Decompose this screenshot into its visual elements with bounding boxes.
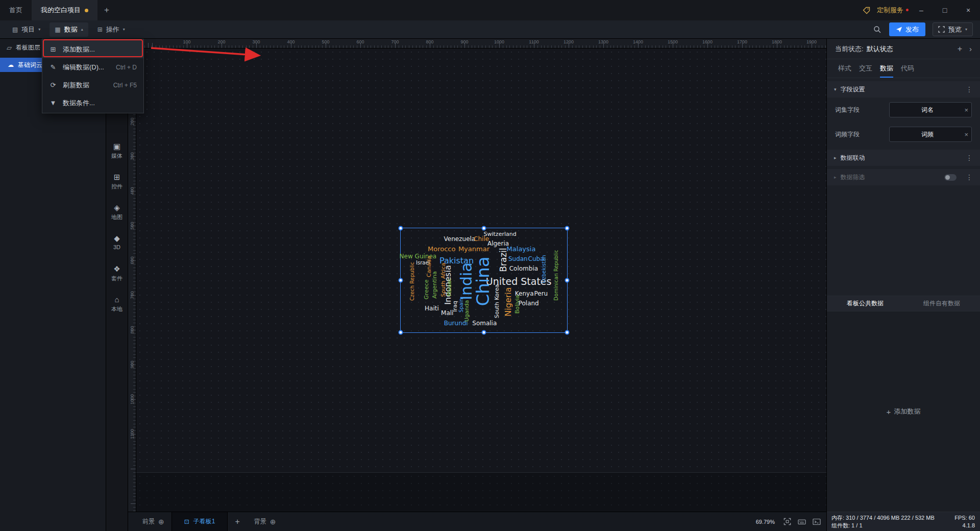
ruler-h-label: 1600 bbox=[702, 39, 713, 44]
wordcloud-word: Malawi bbox=[447, 279, 452, 297]
resize-handle[interactable] bbox=[565, 278, 570, 283]
add-data-label: 添加数据 bbox=[894, 407, 920, 416]
wordset-field-input[interactable] bbox=[889, 102, 972, 117]
add-data-button[interactable]: + 添加数据 bbox=[887, 407, 921, 416]
console-icon[interactable] bbox=[812, 517, 821, 526]
chevron-right-icon[interactable]: › bbox=[969, 44, 972, 53]
ruler-v-label: 200 bbox=[130, 117, 135, 125]
wordcloud-word: Iraq bbox=[452, 301, 457, 312]
map-icon: ◈ bbox=[106, 203, 128, 212]
resize-handle[interactable] bbox=[482, 330, 486, 335]
ruler-v-label: 900 bbox=[130, 360, 135, 368]
filter-toggle-off[interactable] bbox=[944, 174, 957, 181]
titlebar-tab-home[interactable]: 首页 bbox=[0, 0, 32, 20]
layer-item-label: 基础词云 bbox=[18, 61, 42, 69]
menu-item-add-data[interactable]: ⊞添加数据... bbox=[42, 40, 143, 58]
toolbox-item-kit[interactable]: ❖套件 bbox=[106, 264, 128, 282]
toolbox-item-widget[interactable]: ⊞控件 bbox=[106, 173, 128, 190]
maximize-button[interactable]: □ bbox=[933, 0, 957, 20]
edit-icon: ✎ bbox=[49, 63, 57, 71]
add-board-button[interactable]: + bbox=[235, 517, 239, 526]
design-canvas[interactable]: SwitzerlandVenezuelaChileAlgeriaMoroccoM… bbox=[136, 49, 826, 512]
menu-item-data-conditions[interactable]: ▼数据条件... bbox=[42, 94, 143, 112]
tab-style[interactable]: 样式 bbox=[838, 59, 851, 78]
zoom-level[interactable]: 69.79% bbox=[756, 519, 775, 525]
ruler-v-label: 400 bbox=[130, 187, 135, 195]
close-button[interactable]: × bbox=[957, 0, 980, 20]
customize-service-button[interactable]: 定制服务 bbox=[871, 6, 910, 15]
clear-icon[interactable]: × bbox=[964, 131, 968, 138]
section-title: 字段设置 bbox=[841, 85, 865, 94]
state-bar: 当前状态: 默认状态 + › bbox=[827, 39, 980, 59]
toolbox-item-label: 控件 bbox=[106, 183, 128, 190]
tab-interaction[interactable]: 交互 bbox=[859, 59, 872, 78]
resize-handle[interactable] bbox=[482, 226, 486, 231]
resize-handle[interactable] bbox=[565, 330, 570, 335]
add-background-icon[interactable]: ⊕ bbox=[270, 518, 276, 526]
local-icon: ⌂ bbox=[106, 295, 128, 304]
tab-component-own-data[interactable]: 组件自有数据 bbox=[903, 296, 980, 311]
section-data-filter[interactable]: ▸ 数据筛选 ⋮ bbox=[827, 169, 980, 185]
menubar-items: ▤项目▾▦数据▴⊞操作▾ bbox=[7, 22, 130, 37]
wordcloud-component[interactable]: SwitzerlandVenezuelaChileAlgeriaMoroccoM… bbox=[400, 228, 568, 333]
toolbox-item-map[interactable]: ◈地图 bbox=[106, 203, 128, 221]
keyboard-shortcuts-icon[interactable] bbox=[797, 517, 806, 526]
resize-handle[interactable] bbox=[399, 330, 403, 335]
menubar-item-operation[interactable]: ⊞操作▾ bbox=[92, 22, 130, 37]
chevron-down-icon: ▾ bbox=[965, 27, 967, 32]
toolbox-item-media[interactable]: ▣媒体 bbox=[106, 142, 128, 160]
titlebar-tab-project[interactable]: 我的空白项目 bbox=[32, 0, 97, 20]
data-source-body: + 添加数据 bbox=[827, 311, 980, 512]
fit-screen-icon[interactable] bbox=[782, 517, 792, 526]
background-label[interactable]: 背景 bbox=[254, 517, 266, 526]
ruler-v-label: 300 bbox=[130, 152, 135, 160]
kebab-menu-icon[interactable]: ⋮ bbox=[966, 173, 973, 181]
wordfreq-field-input[interactable] bbox=[889, 127, 972, 142]
menu-item-label: 编辑数据(D)... bbox=[63, 63, 104, 72]
publish-button[interactable]: 发布 bbox=[889, 22, 925, 36]
toolbox-item-3d[interactable]: ◆3D bbox=[106, 234, 128, 250]
tab-code[interactable]: 代码 bbox=[901, 59, 914, 78]
section-field-settings[interactable]: ▾ 字段设置 ⋮ bbox=[827, 81, 980, 98]
preview-button[interactable]: 预览 ▾ bbox=[933, 22, 973, 36]
resize-handle[interactable] bbox=[399, 278, 403, 283]
state-value[interactable]: 默认状态 bbox=[867, 44, 893, 54]
add-state-button[interactable]: + bbox=[958, 44, 962, 54]
wordcloud-word: South Korea bbox=[494, 284, 500, 319]
resize-handle[interactable] bbox=[399, 226, 403, 231]
tab-board-public-data[interactable]: 看板公共数据 bbox=[827, 296, 903, 311]
wordcloud-layer-icon: ☁ bbox=[8, 61, 14, 68]
section-title: 数据联动 bbox=[841, 154, 865, 162]
search-icon[interactable] bbox=[873, 25, 882, 34]
tab-data[interactable]: 数据 bbox=[880, 59, 893, 78]
new-tab-button[interactable]: + bbox=[97, 0, 116, 20]
menubar-item-data[interactable]: ▦数据▴ bbox=[50, 22, 88, 37]
foreground-label[interactable]: 前景 bbox=[142, 517, 155, 526]
section-data-linkage[interactable]: ▸ 数据联动 ⋮ bbox=[827, 150, 980, 166]
toolbox-item-local[interactable]: ⌂本地 bbox=[106, 295, 128, 313]
right-panel: 当前状态: 默认状态 + › 样式交互数据代码 ▾ 字段设置 ⋮ 词集字段×词频… bbox=[826, 39, 980, 531]
menu-item-refresh-data[interactable]: ⟳刷新数据Ctrl + F5 bbox=[42, 76, 143, 94]
tab-label: 交互 bbox=[859, 64, 872, 73]
chevron-down-icon: ▾ bbox=[38, 27, 40, 32]
publish-label: 发布 bbox=[905, 25, 919, 34]
ruler-h-label: 400 bbox=[287, 39, 295, 44]
menu-item-edit-data[interactable]: ✎编辑数据(D)...Ctrl + D bbox=[42, 58, 143, 76]
minimize-button[interactable]: – bbox=[910, 0, 933, 20]
tab-label: 数据 bbox=[880, 64, 893, 73]
board-icon: ⊡ bbox=[184, 518, 189, 525]
wordcloud-word: Poland bbox=[519, 300, 539, 306]
horizontal-ruler: 1002003004005006007008009001000110012001… bbox=[128, 39, 826, 49]
menubar-item-project[interactable]: ▤项目▾ bbox=[7, 22, 45, 37]
tab-subboard-1[interactable]: ⊡ 子看板1 bbox=[172, 512, 228, 531]
ruler-h-label: 900 bbox=[460, 39, 468, 44]
resize-handle[interactable] bbox=[565, 226, 570, 231]
clear-icon[interactable]: × bbox=[964, 106, 968, 114]
wordcloud-word: Sudan bbox=[508, 256, 528, 262]
kebab-menu-icon[interactable]: ⋮ bbox=[966, 154, 973, 162]
toolbox-item-label: 套件 bbox=[106, 275, 128, 282]
add-foreground-icon[interactable]: ⊕ bbox=[158, 518, 164, 526]
ruler-h-label: 1800 bbox=[772, 39, 782, 44]
component-count: 组件数: 1 / 1 bbox=[831, 522, 863, 529]
kebab-menu-icon[interactable]: ⋮ bbox=[966, 85, 973, 93]
